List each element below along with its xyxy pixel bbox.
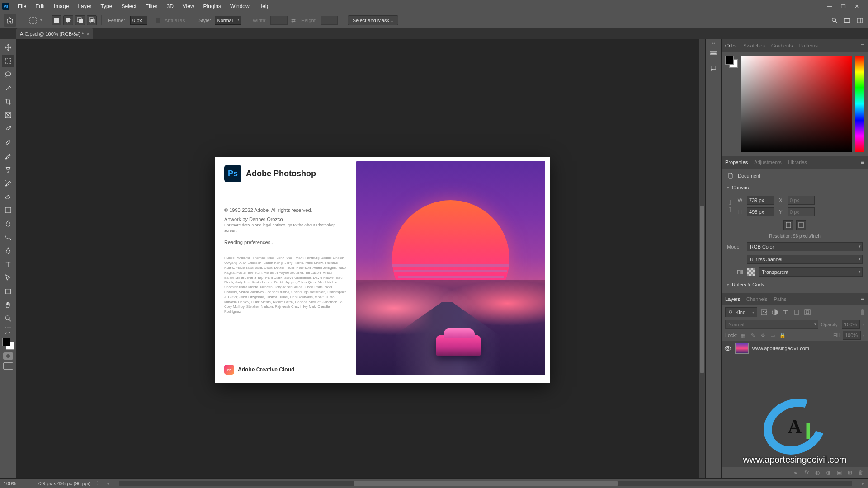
tool-history-brush[interactable] [2, 177, 14, 189]
lock-position-icon[interactable]: ✥ [759, 331, 767, 339]
tool-eyedropper[interactable] [2, 122, 14, 135]
lock-all-icon[interactable]: 🔒 [778, 331, 787, 339]
vertical-scrollbar[interactable] [699, 39, 705, 478]
tab-channels[interactable]: Channels [746, 296, 767, 302]
fill-select[interactable]: Transparent [759, 267, 863, 277]
canvas-height-input[interactable] [747, 207, 774, 216]
new-layer-icon[interactable]: ⊞ [846, 469, 854, 476]
marquee-tool-preset[interactable] [28, 15, 38, 26]
tab-gradients[interactable]: Gradients [771, 43, 793, 48]
group-icon[interactable]: ▣ [835, 469, 843, 476]
tool-healing[interactable] [2, 136, 14, 149]
menu-3d[interactable]: 3D [162, 0, 178, 12]
selection-add[interactable] [63, 15, 73, 25]
color-fg-bg[interactable] [725, 56, 738, 68]
menu-layer[interactable]: Layer [73, 0, 96, 12]
tool-rectangle[interactable] [2, 285, 14, 298]
document-tab-close[interactable]: × [86, 31, 89, 37]
layer-name[interactable]: www.aportesingecivil.com [752, 346, 809, 351]
link-layers-icon[interactable]: ⚭ [792, 469, 799, 476]
layer-filter-type[interactable]: Kind ▾ [725, 307, 757, 317]
comments-panel-icon[interactable] [709, 64, 718, 73]
menu-help[interactable]: Help [254, 0, 274, 12]
selection-new[interactable] [52, 15, 61, 25]
tool-pen[interactable] [2, 244, 14, 257]
menu-window[interactable]: Window [226, 0, 254, 12]
tab-adjustments[interactable]: Adjustments [754, 160, 782, 165]
tool-clone[interactable] [2, 163, 14, 176]
screen-mode-icon[interactable] [3, 362, 13, 370]
zoom-level[interactable]: 100% [4, 481, 31, 486]
orientation-landscape[interactable] [796, 220, 806, 230]
tab-paths[interactable]: Paths [774, 296, 787, 302]
minimize-button[interactable]: — [825, 3, 834, 10]
share-icon[interactable] [843, 17, 852, 24]
tool-dodge[interactable] [2, 231, 14, 244]
canvas-width-input[interactable] [747, 196, 774, 205]
filter-pixel-icon[interactable] [760, 308, 768, 316]
color-picker-field[interactable] [741, 56, 852, 152]
properties-panel-menu[interactable]: ≡ [861, 159, 864, 166]
select-and-mask-button[interactable]: Select and Mask... [348, 15, 399, 25]
tab-properties[interactable]: Properties [725, 160, 748, 165]
layer-mask-icon[interactable]: ◐ [814, 469, 821, 476]
orientation-portrait[interactable] [783, 220, 793, 230]
home-button[interactable] [4, 14, 16, 27]
layers-panel-menu[interactable]: ≡ [861, 296, 864, 303]
foreground-background-colors[interactable] [2, 338, 14, 350]
selection-subtract[interactable] [75, 15, 85, 25]
tool-hand[interactable] [2, 299, 14, 311]
edit-toolbar-icon[interactable] [3, 327, 14, 328]
workspace-icon[interactable] [855, 17, 864, 24]
tab-layers[interactable]: Layers [725, 296, 740, 302]
tool-zoom[interactable] [2, 312, 14, 325]
history-panel-icon[interactable] [709, 48, 718, 57]
hscroll-left[interactable]: ◂ [107, 481, 109, 486]
tab-libraries[interactable]: Libraries [788, 160, 807, 165]
search-icon[interactable] [830, 17, 839, 24]
filter-shape-icon[interactable] [793, 308, 801, 316]
tool-frame[interactable] [2, 109, 14, 122]
tool-move[interactable] [2, 41, 14, 54]
filter-type-icon[interactable] [782, 308, 790, 316]
menu-plugins[interactable]: Plugins [199, 0, 226, 12]
filter-smart-icon[interactable] [803, 308, 811, 316]
color-panel-menu[interactable]: ≡ [861, 42, 864, 49]
tool-brush[interactable] [2, 150, 14, 162]
filter-adjust-icon[interactable] [771, 308, 779, 316]
layer-thumbnail[interactable] [735, 343, 749, 354]
doc-info-dropdown[interactable]: 〉 [97, 480, 101, 486]
tab-swatches[interactable]: Swatches [743, 43, 765, 48]
rulers-section-toggle[interactable]: Rulers & Grids [727, 280, 863, 289]
canvas-area[interactable]: Ps Adobe Photoshop © 1990-2022 Adobe. Al… [16, 39, 705, 478]
lock-transparent-icon[interactable]: ▦ [739, 331, 747, 339]
canvas-section-toggle[interactable]: Canvas [727, 183, 863, 192]
tool-marquee[interactable] [2, 55, 14, 67]
fill-swatch[interactable] [747, 268, 755, 276]
tab-patterns[interactable]: Patterns [799, 43, 818, 48]
tool-type[interactable] [2, 258, 14, 271]
tool-path-select[interactable] [2, 272, 14, 284]
tool-crop[interactable] [2, 95, 14, 108]
color-mode-select[interactable]: RGB Color [747, 242, 863, 251]
layer-visibility-icon[interactable] [724, 345, 731, 352]
close-button[interactable]: ✕ [852, 3, 861, 10]
restore-button[interactable]: ❐ [839, 3, 848, 10]
tool-blur[interactable] [2, 217, 14, 230]
tool-gradient[interactable] [2, 204, 14, 216]
expand-dock-icon[interactable]: ◂◂ [712, 41, 715, 45]
menu-file[interactable]: File [13, 0, 31, 12]
adjustment-layer-icon[interactable]: ◑ [825, 469, 832, 476]
menu-type[interactable]: Type [96, 0, 117, 12]
menu-image[interactable]: Image [49, 0, 73, 12]
tool-lasso[interactable] [2, 68, 14, 81]
menu-select[interactable]: Select [117, 0, 141, 12]
document-tab[interactable]: AIC.psd @ 100% (RGB/8#) * × [16, 28, 93, 39]
hscroll-right[interactable]: ▸ [862, 481, 864, 486]
document-info[interactable]: 739 px x 495 px (96 ppi) [37, 481, 90, 486]
delete-layer-icon[interactable]: 🗑 [857, 469, 864, 476]
quick-mask-icon[interactable] [3, 352, 13, 360]
menu-view[interactable]: View [178, 0, 199, 12]
style-select[interactable]: Normal [215, 16, 241, 25]
menu-edit[interactable]: Edit [31, 0, 49, 12]
